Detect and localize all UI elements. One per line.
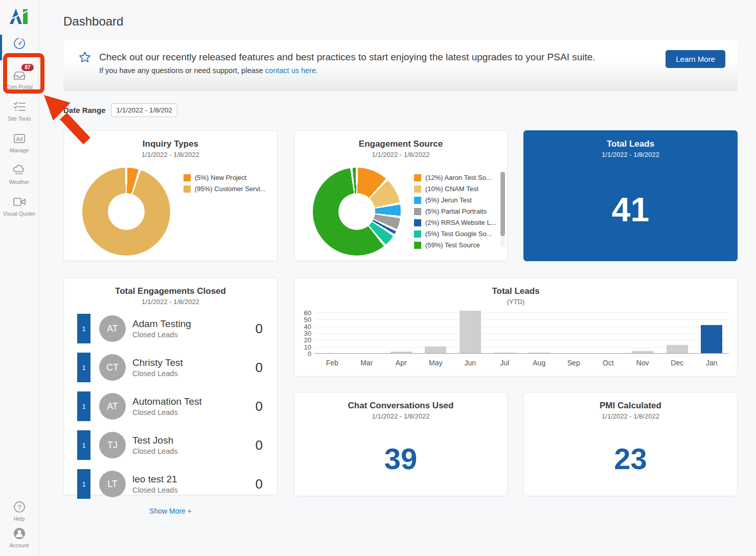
svg-text:Ad: Ad [16,136,22,142]
inquiry-types-donut-chart[interactable] [82,168,170,256]
avatar: TJ [99,432,126,458]
rank-badge: 1 [77,469,90,499]
engagement-row[interactable]: 1ATAdam TestingClosed Leads0 [77,313,266,344]
legend-item[interactable]: (5%) Test Google So... [414,230,496,238]
ytd-chart-title: Total Leads [294,286,737,296]
sidebar: Dashboard87Com PortalSite ToolsAdManageW… [0,0,39,556]
date-range-input[interactable] [111,103,177,117]
learn-more-button[interactable]: Learn More [666,50,725,68]
bar-slot [453,309,488,353]
bar-jul[interactable] [494,353,515,353]
engagement-name: Automation Test [132,396,256,407]
legend-swatch [414,219,421,226]
engagement-name: Adam Testing [132,318,256,330]
engagement-sublabel: Closed Leads [132,369,256,378]
rank-badge: 1 [77,314,90,343]
legend-item[interactable]: (95%) Customer Servi... [184,185,266,193]
engagement-source-card: Engagement Source 1/1/2022 - 1/8/2022 (1… [294,130,508,261]
sidebar-item-label: Manage [10,147,29,153]
chat-conversations-card: Chat Conversations Used 1/1/2022 - 1/8/2… [294,392,508,496]
svg-text:?: ? [17,503,21,511]
bar-nov[interactable] [632,351,653,353]
pmi-calculated-card: PMI Calculated 1/1/2022 - 1/8/2022 23 [523,392,738,496]
avatar: AT [99,393,126,420]
bar-aug[interactable] [529,353,550,353]
legend-swatch [184,174,191,181]
x-axis-label: Aug [522,359,557,367]
bar-slot [591,309,626,353]
bar-slot [660,309,695,353]
x-axis-label: Oct [591,359,626,367]
banner-support-line: If you have any questions or need suppor… [99,66,650,75]
x-axis-label: Jan [695,359,729,367]
sidebar-item-account[interactable]: Account [0,524,38,551]
rank-badge: 1 [77,391,90,421]
chat-title: Chat Conversations Used [294,401,507,411]
legend-item[interactable]: (2%) RRSA Website L... [414,219,496,226]
legend-item[interactable]: (5%) Partial Portraits [414,207,496,215]
engagement-sublabel: Closed Leads [132,331,256,339]
ytd-bar-chart[interactable]: 6050403020100 [315,309,729,354]
legend-item[interactable]: (10%) CNAM Test [414,185,496,193]
ytd-chart-subtitle: (YTD) [294,298,737,306]
legend-swatch [414,242,421,249]
x-axis-label: Feb [315,359,350,367]
main-content: Dashboard Check out our recently release… [39,0,756,556]
bar-jan[interactable] [701,325,722,353]
engagement-info: leo test 21Closed Leads [132,474,256,494]
show-more-link[interactable]: Show More + [64,507,277,515]
pmi-subtitle: 1/1/2022 - 1/8/2022 [524,412,737,420]
engagement-name: Test Josh [132,435,256,446]
avatar: AT [99,315,126,342]
sidebar-item-dashboard[interactable]: Dashboard [0,32,38,63]
bar-jun[interactable] [460,311,481,353]
inquiry-types-card: Inquiry Types 1/1/2022 - 1/8/2022 (5%) N… [63,130,278,261]
banner-support-prefix: If you have any questions or need suppor… [99,66,265,75]
date-range-label: Date Range [63,106,106,114]
sidebar-item-manage[interactable]: AdManage [0,127,38,158]
video-camera-icon [12,195,27,208]
legend-swatch [414,197,421,204]
bar-slot [695,309,729,353]
legend-scrollbar[interactable] [500,172,505,247]
pmi-title: PMI Calculated [524,401,737,411]
engagement-info: Adam TestingClosed Leads [132,318,256,339]
engagement-row[interactable]: 1LTleo test 21Closed Leads0 [77,468,266,500]
bar-slot [626,309,660,353]
app-logo-icon[interactable] [8,6,31,27]
legend-item[interactable]: (59%) Test Source [414,241,496,249]
engagement-row[interactable]: 1TJTest JoshClosed Leads0 [77,429,266,461]
sidebar-item-visual-quoter[interactable]: Visual Quoter [0,190,38,222]
bar-apr[interactable] [391,352,412,353]
engagement-name: leo test 21 [132,474,256,485]
banner-text: Check out our recently released features… [99,51,666,75]
sidebar-item-com-portal[interactable]: 87Com Portal [0,63,38,95]
sidebar-item-help[interactable]: ?Help [0,498,38,524]
engagement-row[interactable]: 1ATAutomation TestClosed Leads0 [77,390,266,422]
bar-slot [419,309,453,353]
sidebar-item-weather[interactable]: Weather [0,158,38,190]
sidebar-item-label: Weather [9,179,30,185]
engagement-count: 0 [256,321,263,337]
legend-swatch [414,186,421,193]
engagement-source-title: Engagement Source [294,139,507,149]
banner-message: Check out our recently released features… [99,51,650,64]
date-range-filter: Date Range [63,103,177,117]
avatar: LT [99,471,126,497]
checklist-icon [12,100,27,113]
engagement-name: Christy Test [132,357,256,368]
legend-item[interactable]: (12%) Aaron Test So... [414,174,496,181]
page-title: Dashboard [63,14,123,29]
bar-slot [488,309,522,353]
cloud-icon [12,164,27,177]
legend-label: (95%) Customer Servi... [195,185,266,193]
sidebar-item-site-tools[interactable]: Site Tools [0,95,38,127]
x-axis-label: Mar [350,359,384,367]
contact-us-link[interactable]: contact us here [265,66,316,75]
engagement-row[interactable]: 1CTChristy TestClosed Leads0 [77,352,266,383]
bar-may[interactable] [425,346,446,353]
legend-item[interactable]: (5%) New Project [184,174,266,181]
legend-item[interactable]: (5%) Jerun Test [414,196,496,204]
engagement-source-donut-chart[interactable] [313,168,401,256]
bar-dec[interactable] [667,345,688,353]
